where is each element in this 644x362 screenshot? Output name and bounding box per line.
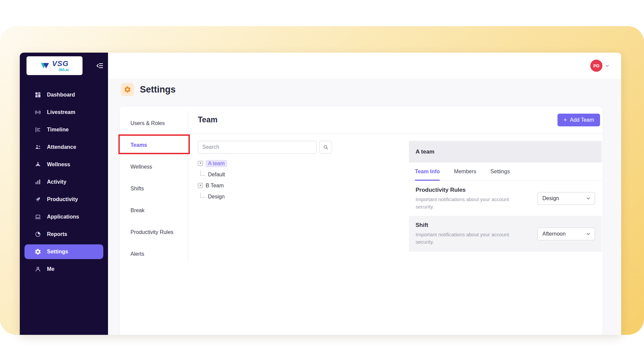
app-window: VSG 365.ai Dashboard Live bbox=[20, 53, 621, 335]
expand-plus-icon[interactable]: + bbox=[198, 183, 203, 188]
sidebar-item-me[interactable]: Me bbox=[20, 260, 108, 278]
row-text: Productivity Rules Important notificatio… bbox=[416, 187, 520, 210]
topbar: PD bbox=[108, 53, 621, 79]
team-search-input[interactable] bbox=[198, 141, 317, 154]
sidebar-item-label: Wellness bbox=[47, 162, 70, 168]
tree-connector bbox=[200, 192, 205, 198]
sidebar-item-attendance[interactable]: Attendance bbox=[20, 138, 108, 156]
sidebar-item-label: Settings bbox=[47, 249, 68, 255]
subnav-item-break[interactable]: Break bbox=[120, 199, 188, 221]
livestream-icon bbox=[35, 109, 41, 116]
tab-members[interactable]: Members bbox=[454, 163, 476, 181]
add-team-label: Add Team bbox=[570, 117, 594, 123]
tree-item-label[interactable]: B Team bbox=[206, 183, 224, 189]
logo-sub-text: 365.ai bbox=[58, 68, 69, 72]
chevron-down-icon bbox=[586, 196, 591, 201]
timeline-icon bbox=[35, 126, 41, 133]
activity-icon bbox=[35, 179, 41, 185]
sidebar-item-label: Livestream bbox=[47, 109, 75, 115]
chevron-down-icon bbox=[586, 231, 591, 237]
tree-item-label[interactable]: A team bbox=[206, 160, 227, 167]
subnav-item-users-roles[interactable]: Users & Roles bbox=[120, 112, 188, 134]
tree-item-label[interactable]: Default bbox=[208, 172, 225, 178]
sidebar-item-activity[interactable]: Activity bbox=[20, 173, 108, 191]
dashboard-icon bbox=[35, 92, 41, 98]
shift-row: Shift Important notifications about your… bbox=[409, 216, 602, 252]
tree-connector bbox=[200, 170, 205, 176]
tab-settings[interactable]: Settings bbox=[490, 163, 510, 181]
sidebar-item-label: Dashboard bbox=[47, 92, 75, 98]
sidebar-item-label: Reports bbox=[47, 231, 67, 237]
sidebar-item-label: Applications bbox=[47, 214, 79, 220]
sidebar-item-livestream[interactable]: Livestream bbox=[20, 104, 108, 121]
tree-item-label[interactable]: Design bbox=[208, 194, 225, 200]
row-description: Important notifications about your accou… bbox=[416, 196, 520, 210]
subnav-item-productivity-rules[interactable]: Productivity Rules bbox=[120, 221, 188, 243]
team-detail-tabs: Team Info Members Settings bbox=[409, 163, 602, 181]
reports-pie-icon bbox=[35, 231, 41, 238]
search-icon bbox=[323, 144, 329, 150]
select-value: Afternoon bbox=[542, 231, 566, 237]
attendance-icon bbox=[35, 144, 41, 150]
team-panel: Team + Add Team + bbox=[188, 106, 603, 335]
plus-icon: + bbox=[564, 117, 567, 123]
page-header: Settings bbox=[121, 83, 176, 96]
sidebar-item-settings[interactable]: Settings bbox=[24, 244, 103, 259]
sidebar-menu: Dashboard Livestream Timeline Attendance bbox=[20, 86, 108, 278]
tab-team-info[interactable]: Team Info bbox=[415, 163, 440, 181]
main-area: PD Settings Users & Roles Teams Wellness… bbox=[108, 53, 621, 335]
avatar-chevron-down-icon[interactable] bbox=[605, 63, 610, 68]
sidebar-item-dashboard[interactable]: Dashboard bbox=[20, 86, 108, 104]
settings-page-gear-icon bbox=[121, 83, 134, 96]
settings-subnav: Users & Roles Teams Wellness Shifts Brea… bbox=[120, 112, 188, 265]
shift-select[interactable]: Afternoon bbox=[537, 228, 595, 240]
settings-card: Users & Roles Teams Wellness Shifts Brea… bbox=[119, 106, 603, 335]
applications-laptop-icon bbox=[35, 214, 41, 220]
settings-gear-icon bbox=[35, 248, 41, 255]
logo-main-text: VSG bbox=[52, 60, 68, 67]
page-title: Settings bbox=[140, 84, 176, 95]
row-description: Important notifications about your accou… bbox=[416, 231, 520, 246]
sidebar-item-label: Activity bbox=[47, 179, 66, 185]
sidebar-item-label: Productivity bbox=[47, 196, 78, 202]
sidebar-item-reports[interactable]: Reports bbox=[20, 226, 108, 243]
subnav-item-wellness[interactable]: Wellness bbox=[120, 156, 188, 178]
me-person-icon bbox=[35, 266, 41, 273]
sidebar-item-wellness[interactable]: Wellness bbox=[20, 156, 108, 173]
subnav-item-teams[interactable]: Teams bbox=[120, 134, 188, 156]
logo-triangle-icon bbox=[40, 62, 50, 69]
search-button[interactable] bbox=[319, 141, 332, 154]
sidebar-header: VSG 365.ai bbox=[20, 53, 108, 79]
row-title: Productivity Rules bbox=[416, 187, 520, 193]
team-detail-panel: A team Team Info Members Settings Produc… bbox=[409, 141, 602, 252]
sidebar-item-label: Attendance bbox=[47, 144, 76, 150]
sidebar-collapse-icon[interactable] bbox=[96, 62, 104, 70]
sidebar: VSG 365.ai Dashboard Live bbox=[20, 53, 108, 335]
wellness-icon bbox=[35, 161, 41, 168]
add-team-button[interactable]: + Add Team bbox=[557, 114, 600, 126]
productivity-rules-row: Productivity Rules Important notificatio… bbox=[409, 181, 602, 216]
sidebar-item-productivity[interactable]: Productivity bbox=[20, 191, 108, 208]
avatar[interactable]: PD bbox=[590, 60, 602, 72]
row-text: Shift Important notifications about your… bbox=[416, 222, 520, 246]
logo-text: VSG 365.ai bbox=[52, 60, 68, 72]
sidebar-item-label: Me bbox=[47, 266, 54, 272]
row-title: Shift bbox=[416, 222, 520, 229]
subnav-item-shifts[interactable]: Shifts bbox=[120, 178, 188, 199]
productivity-rules-select[interactable]: Design bbox=[537, 192, 595, 205]
team-panel-header: Team + Add Team bbox=[188, 106, 603, 134]
sidebar-item-timeline[interactable]: Timeline bbox=[20, 121, 108, 138]
sidebar-item-applications[interactable]: Applications bbox=[20, 208, 108, 226]
sidebar-item-label: Timeline bbox=[47, 127, 69, 133]
app-logo: VSG 365.ai bbox=[26, 56, 83, 75]
productivity-rocket-icon bbox=[35, 196, 41, 203]
subnav-item-alerts[interactable]: Alerts bbox=[120, 243, 188, 265]
expand-plus-icon[interactable]: + bbox=[198, 161, 203, 166]
team-detail-title: A team bbox=[409, 141, 602, 163]
team-heading: Team bbox=[198, 115, 217, 124]
select-value: Design bbox=[542, 195, 559, 201]
